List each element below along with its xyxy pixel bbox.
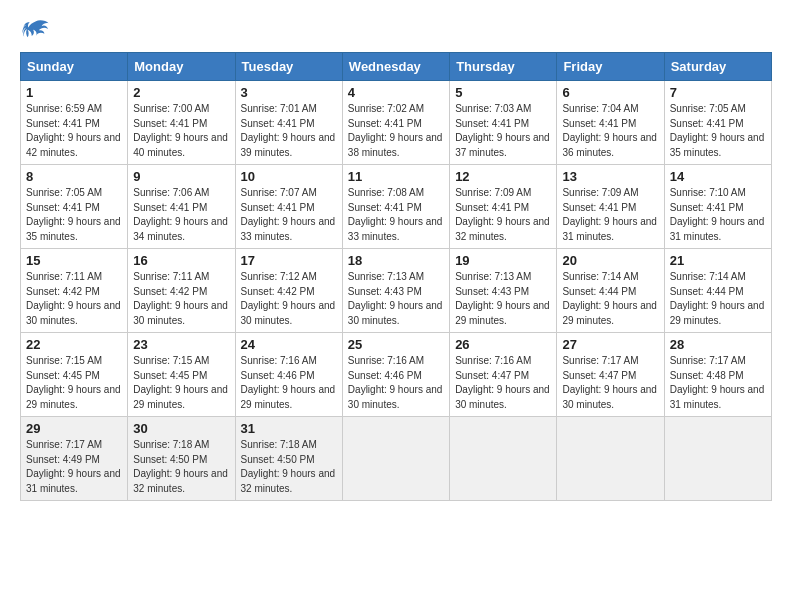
day-number: 25 [348,337,444,352]
day-detail: Sunrise: 7:11 AMSunset: 4:42 PMDaylight:… [133,270,229,328]
calendar-cell: 18Sunrise: 7:13 AMSunset: 4:43 PMDayligh… [342,249,449,333]
day-number: 19 [455,253,551,268]
calendar-cell: 17Sunrise: 7:12 AMSunset: 4:42 PMDayligh… [235,249,342,333]
calendar-cell [450,417,557,501]
calendar-cell: 9Sunrise: 7:06 AMSunset: 4:41 PMDaylight… [128,165,235,249]
calendar-cell: 7Sunrise: 7:05 AMSunset: 4:41 PMDaylight… [664,81,771,165]
day-detail: Sunrise: 7:06 AMSunset: 4:41 PMDaylight:… [133,186,229,244]
calendar-cell: 3Sunrise: 7:01 AMSunset: 4:41 PMDaylight… [235,81,342,165]
calendar-cell: 30Sunrise: 7:18 AMSunset: 4:50 PMDayligh… [128,417,235,501]
day-detail: Sunrise: 7:17 AMSunset: 4:49 PMDaylight:… [26,438,122,496]
day-detail: Sunrise: 7:09 AMSunset: 4:41 PMDaylight:… [562,186,658,244]
day-number: 24 [241,337,337,352]
calendar-cell: 12Sunrise: 7:09 AMSunset: 4:41 PMDayligh… [450,165,557,249]
col-wednesday: Wednesday [342,53,449,81]
day-detail: Sunrise: 7:12 AMSunset: 4:42 PMDaylight:… [241,270,337,328]
day-number: 15 [26,253,122,268]
calendar-cell: 19Sunrise: 7:13 AMSunset: 4:43 PMDayligh… [450,249,557,333]
calendar-week-row: 1Sunrise: 6:59 AMSunset: 4:41 PMDaylight… [21,81,772,165]
calendar-cell: 28Sunrise: 7:17 AMSunset: 4:48 PMDayligh… [664,333,771,417]
calendar-cell: 29Sunrise: 7:17 AMSunset: 4:49 PMDayligh… [21,417,128,501]
calendar-cell [557,417,664,501]
calendar-cell: 8Sunrise: 7:05 AMSunset: 4:41 PMDaylight… [21,165,128,249]
day-number: 16 [133,253,229,268]
col-sunday: Sunday [21,53,128,81]
day-number: 6 [562,85,658,100]
day-detail: Sunrise: 7:01 AMSunset: 4:41 PMDaylight:… [241,102,337,160]
day-detail: Sunrise: 7:17 AMSunset: 4:47 PMDaylight:… [562,354,658,412]
day-detail: Sunrise: 7:15 AMSunset: 4:45 PMDaylight:… [26,354,122,412]
calendar-cell: 2Sunrise: 7:00 AMSunset: 4:41 PMDaylight… [128,81,235,165]
day-detail: Sunrise: 7:11 AMSunset: 4:42 PMDaylight:… [26,270,122,328]
logo [20,16,50,42]
day-number: 8 [26,169,122,184]
day-detail: Sunrise: 7:18 AMSunset: 4:50 PMDaylight:… [241,438,337,496]
col-saturday: Saturday [664,53,771,81]
calendar-cell: 4Sunrise: 7:02 AMSunset: 4:41 PMDaylight… [342,81,449,165]
day-detail: Sunrise: 7:09 AMSunset: 4:41 PMDaylight:… [455,186,551,244]
calendar-cell [342,417,449,501]
calendar-cell: 21Sunrise: 7:14 AMSunset: 4:44 PMDayligh… [664,249,771,333]
day-detail: Sunrise: 7:08 AMSunset: 4:41 PMDaylight:… [348,186,444,244]
day-detail: Sunrise: 7:04 AMSunset: 4:41 PMDaylight:… [562,102,658,160]
day-detail: Sunrise: 7:14 AMSunset: 4:44 PMDaylight:… [562,270,658,328]
day-detail: Sunrise: 7:10 AMSunset: 4:41 PMDaylight:… [670,186,766,244]
calendar-week-row: 8Sunrise: 7:05 AMSunset: 4:41 PMDaylight… [21,165,772,249]
day-number: 5 [455,85,551,100]
day-detail: Sunrise: 7:16 AMSunset: 4:46 PMDaylight:… [241,354,337,412]
day-number: 3 [241,85,337,100]
day-number: 31 [241,421,337,436]
day-detail: Sunrise: 6:59 AMSunset: 4:41 PMDaylight:… [26,102,122,160]
calendar-week-row: 15Sunrise: 7:11 AMSunset: 4:42 PMDayligh… [21,249,772,333]
calendar-cell: 5Sunrise: 7:03 AMSunset: 4:41 PMDaylight… [450,81,557,165]
calendar-cell: 14Sunrise: 7:10 AMSunset: 4:41 PMDayligh… [664,165,771,249]
col-thursday: Thursday [450,53,557,81]
day-detail: Sunrise: 7:16 AMSunset: 4:46 PMDaylight:… [348,354,444,412]
day-detail: Sunrise: 7:03 AMSunset: 4:41 PMDaylight:… [455,102,551,160]
logo-bird-icon [22,16,50,44]
day-detail: Sunrise: 7:18 AMSunset: 4:50 PMDaylight:… [133,438,229,496]
calendar-cell: 13Sunrise: 7:09 AMSunset: 4:41 PMDayligh… [557,165,664,249]
day-detail: Sunrise: 7:05 AMSunset: 4:41 PMDaylight:… [26,186,122,244]
day-number: 13 [562,169,658,184]
day-number: 28 [670,337,766,352]
day-number: 18 [348,253,444,268]
calendar-week-row: 22Sunrise: 7:15 AMSunset: 4:45 PMDayligh… [21,333,772,417]
day-detail: Sunrise: 7:07 AMSunset: 4:41 PMDaylight:… [241,186,337,244]
day-number: 4 [348,85,444,100]
day-detail: Sunrise: 7:16 AMSunset: 4:47 PMDaylight:… [455,354,551,412]
calendar-cell: 24Sunrise: 7:16 AMSunset: 4:46 PMDayligh… [235,333,342,417]
calendar-header-row: Sunday Monday Tuesday Wednesday Thursday… [21,53,772,81]
col-tuesday: Tuesday [235,53,342,81]
day-number: 7 [670,85,766,100]
calendar-cell: 23Sunrise: 7:15 AMSunset: 4:45 PMDayligh… [128,333,235,417]
calendar-cell: 31Sunrise: 7:18 AMSunset: 4:50 PMDayligh… [235,417,342,501]
col-monday: Monday [128,53,235,81]
day-number: 23 [133,337,229,352]
calendar-cell: 10Sunrise: 7:07 AMSunset: 4:41 PMDayligh… [235,165,342,249]
page: Sunday Monday Tuesday Wednesday Thursday… [0,0,792,511]
calendar-cell: 1Sunrise: 6:59 AMSunset: 4:41 PMDaylight… [21,81,128,165]
day-number: 14 [670,169,766,184]
day-detail: Sunrise: 7:05 AMSunset: 4:41 PMDaylight:… [670,102,766,160]
day-number: 12 [455,169,551,184]
day-number: 29 [26,421,122,436]
day-number: 17 [241,253,337,268]
day-detail: Sunrise: 7:02 AMSunset: 4:41 PMDaylight:… [348,102,444,160]
day-detail: Sunrise: 7:14 AMSunset: 4:44 PMDaylight:… [670,270,766,328]
calendar-cell: 22Sunrise: 7:15 AMSunset: 4:45 PMDayligh… [21,333,128,417]
header [20,16,772,42]
day-detail: Sunrise: 7:15 AMSunset: 4:45 PMDaylight:… [133,354,229,412]
day-number: 22 [26,337,122,352]
day-number: 9 [133,169,229,184]
calendar-cell: 16Sunrise: 7:11 AMSunset: 4:42 PMDayligh… [128,249,235,333]
calendar-week-row: 29Sunrise: 7:17 AMSunset: 4:49 PMDayligh… [21,417,772,501]
calendar-cell: 27Sunrise: 7:17 AMSunset: 4:47 PMDayligh… [557,333,664,417]
calendar-table: Sunday Monday Tuesday Wednesday Thursday… [20,52,772,501]
day-detail: Sunrise: 7:13 AMSunset: 4:43 PMDaylight:… [455,270,551,328]
calendar-cell: 20Sunrise: 7:14 AMSunset: 4:44 PMDayligh… [557,249,664,333]
day-number: 27 [562,337,658,352]
day-detail: Sunrise: 7:00 AMSunset: 4:41 PMDaylight:… [133,102,229,160]
calendar-cell: 11Sunrise: 7:08 AMSunset: 4:41 PMDayligh… [342,165,449,249]
calendar-cell: 15Sunrise: 7:11 AMSunset: 4:42 PMDayligh… [21,249,128,333]
